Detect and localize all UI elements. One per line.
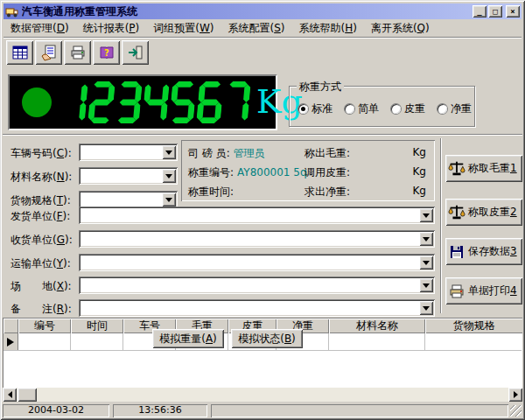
menu-statistic-report[interactable]: 统计报表(P) [76, 19, 147, 38]
chevron-down-icon[interactable] [162, 145, 176, 159]
menu-system-help[interactable]: 系统帮助(H) [292, 19, 364, 38]
maximize-button[interactable]: □ [488, 5, 502, 18]
receiver-unit-combo[interactable] [79, 230, 435, 248]
chevron-down-icon[interactable] [162, 192, 176, 206]
button-label: 称取皮重2 [468, 205, 517, 220]
chevron-down-icon[interactable] [162, 169, 176, 183]
menu-phrase-preset[interactable]: 词组预置(W) [146, 19, 220, 38]
menu-data-management[interactable]: 数据管理(D) [4, 19, 76, 38]
print-receipt-button[interactable]: 单据打印4 [445, 277, 522, 304]
simulate-status-button[interactable]: 模拟状态(B) [231, 329, 303, 348]
save-data-button[interactable]: 保存数据3 [445, 238, 522, 265]
chevron-down-icon[interactable] [419, 208, 433, 222]
menu-system-config[interactable]: 系统配置(S) [221, 19, 292, 38]
scroll-left-arrow-icon[interactable] [3, 388, 17, 402]
weigh-time-label: 称重时间: [188, 186, 234, 198]
table-cell [18, 333, 71, 350]
button-label: 称取毛重1 [468, 161, 517, 176]
sender-unit-combo[interactable] [79, 206, 435, 224]
scrollbar-thumb[interactable] [18, 388, 37, 402]
tare-weight-label: 调用皮重: [304, 165, 350, 180]
weigh-mode-group: 称重方式 标准 简单 皮重 净重 [289, 86, 475, 127]
radio-icon [298, 104, 308, 114]
remark-label: 备 注(R): [10, 302, 72, 317]
vehicle-number-combo[interactable] [79, 144, 178, 161]
site-label: 场 地(X): [10, 279, 72, 294]
weigh-no-label: 称重编号: [188, 166, 234, 178]
remark-combo[interactable] [79, 299, 435, 317]
report-toolbar-button[interactable] [35, 40, 62, 65]
transport-unit-label: 运输单位(Y): [10, 256, 71, 271]
weigh-mode-net[interactable]: 净重 [438, 102, 472, 116]
tare-weight-unit: Kg [413, 165, 427, 178]
radio-icon [391, 104, 401, 114]
floppy-icon [448, 243, 466, 261]
gross-weight-unit: Kg [413, 146, 427, 158]
app-window: 汽车衡通用称重管理系统 _ □ × 数据管理(D) 统计报表(P) 词组预置(W… [0, 0, 525, 420]
radio-label: 标准 [312, 102, 332, 116]
material-name-combo[interactable] [79, 167, 178, 185]
svg-text:?: ? [104, 48, 109, 58]
records-table[interactable]: 编号 时间 车号 毛重 皮重 净重 材料名称 货物规格 [3, 318, 522, 388]
resize-grip[interactable] [510, 405, 522, 416]
operator-label: 司 磅 员: [188, 147, 230, 159]
weigh-mode-simple[interactable]: 简单 [345, 102, 379, 116]
chevron-down-icon[interactable] [419, 256, 433, 270]
gross-weight-label: 称出毛重: [304, 146, 350, 161]
exit-icon [127, 44, 144, 61]
vehicle-number-label: 车辆号码(C): [10, 146, 72, 161]
row-marker-icon [7, 338, 18, 346]
goods-spec-combo[interactable] [79, 191, 178, 208]
column-header [4, 318, 18, 333]
help-toolbar-button[interactable]: ? [93, 40, 120, 65]
weigh-tare-button[interactable]: 称取皮重2 [445, 199, 522, 226]
led-digits [60, 81, 251, 123]
radio-label: 皮重 [404, 102, 425, 116]
weigh-mode-options: 标准 简单 皮重 净重 [298, 102, 471, 116]
weigh-no-value: AY800001 5q [237, 166, 306, 178]
close-button[interactable]: × [506, 5, 520, 18]
exit-toolbar-button[interactable] [122, 40, 149, 65]
button-label: 保存数据3 [468, 244, 517, 259]
receiver-unit-label: 收货单位(G): [10, 233, 73, 248]
material-name-label: 材料名称(N): [10, 170, 72, 185]
button-label: 单据打印4 [468, 284, 517, 298]
status-message [211, 404, 508, 417]
table-cell [71, 333, 123, 350]
status-date: 2004-03-02 [3, 404, 109, 417]
site-combo[interactable] [79, 276, 435, 294]
net-weight-label: 求出净重: [304, 185, 350, 200]
transport-unit-combo[interactable] [79, 254, 435, 271]
chevron-down-icon[interactable] [419, 301, 433, 315]
operator-value: 管理员 [234, 147, 265, 159]
horizontal-separator [3, 134, 522, 136]
scale-icon [448, 160, 466, 178]
horizontal-scrollbar[interactable] [3, 388, 522, 402]
radio-icon [345, 104, 354, 114]
print-toolbar-button[interactable] [64, 40, 91, 65]
weigh-info-panel: 司 磅 员:管理员 称出毛重: Kg 称重编号:AY800001 5q 调用皮重… [181, 140, 435, 201]
window-title: 汽车衡通用称重管理系统 [22, 4, 471, 19]
goods-spec-label: 货物规格(T): [10, 193, 71, 208]
vertical-separator [440, 138, 442, 313]
column-header: 时间 [71, 318, 123, 333]
menu-bar: 数据管理(D) 统计报表(P) 词组预置(W) 系统配置(S) 系统帮助(H) … [4, 20, 522, 37]
weigh-mode-tare[interactable]: 皮重 [391, 102, 425, 116]
table-cell [329, 333, 425, 350]
chevron-down-icon[interactable] [419, 232, 433, 246]
weigh-mode-standard[interactable]: 标准 [298, 102, 332, 116]
status-time: 13:56:36 [113, 404, 207, 417]
data-grid-toolbar-button[interactable] [6, 40, 33, 65]
net-weight-unit: Kg [413, 185, 427, 197]
printer-icon [69, 44, 87, 61]
printer-icon [448, 283, 466, 300]
menu-exit-system[interactable]: 离开系统(Q) [364, 19, 437, 38]
column-header: 编号 [18, 318, 71, 333]
simulate-weight-button[interactable]: 模拟重量(A) [152, 329, 224, 348]
minimize-button[interactable]: _ [472, 5, 486, 18]
scroll-right-arrow-icon[interactable] [508, 388, 522, 402]
chevron-down-icon[interactable] [419, 278, 433, 292]
weigh-gross-button[interactable]: 称取毛重1 [445, 155, 522, 182]
weigh-mode-title: 称重方式 [297, 80, 344, 94]
data-grid-icon [11, 44, 29, 61]
